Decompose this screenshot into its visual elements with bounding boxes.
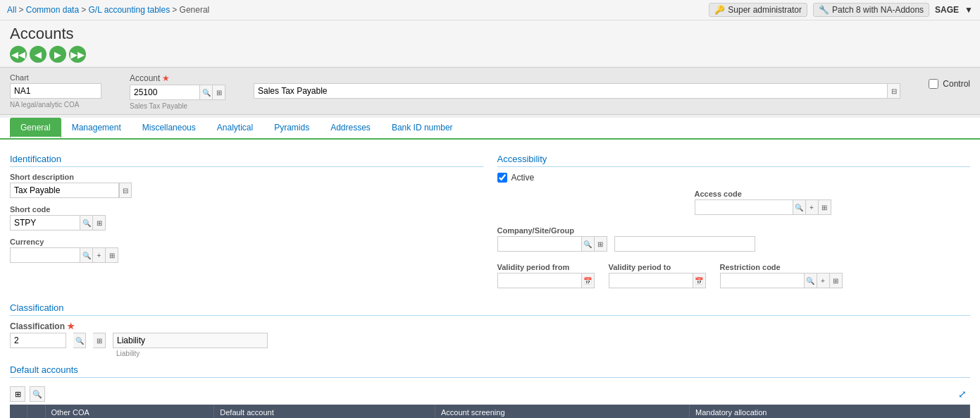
- restriction-code-expand-icon[interactable]: ⊞: [830, 273, 843, 288]
- active-checkbox[interactable]: [497, 173, 507, 183]
- table-expand-button[interactable]: ⤢: [955, 386, 970, 402]
- company-site-search-icon[interactable]: 🔍: [582, 236, 595, 252]
- desc-expand-icon[interactable]: ⊟: [888, 83, 900, 99]
- col-other-coa-header: Other COA: [45, 405, 214, 418]
- classification-section: Classification Classification ★ 🔍 ⊞ Liab…: [10, 302, 970, 357]
- company-site-row: 🔍 ⊞: [497, 236, 607, 252]
- desc-input[interactable]: [254, 83, 888, 99]
- restriction-code-input[interactable]: [720, 273, 805, 288]
- breadcrumb-all[interactable]: All: [7, 5, 16, 15]
- validity-to-group: Validity period to 📅: [609, 263, 706, 288]
- restriction-code-search-icon[interactable]: 🔍: [805, 273, 817, 288]
- validity-to-label: Validity period to: [609, 263, 706, 271]
- currency-group: Currency 🔍 + ⊞: [10, 238, 483, 263]
- validity-to-row: 📅: [609, 273, 706, 288]
- default-accounts-title: Default accounts: [10, 364, 970, 378]
- form-header: Chart NA legal/analytic COA Account ★ 🔍 …: [0, 67, 980, 115]
- top-bar: All > Common data > G/L accounting table…: [0, 0, 980, 20]
- classification-input[interactable]: [10, 333, 66, 348]
- validity-from-input[interactable]: [497, 273, 582, 288]
- control-label: Control: [943, 79, 970, 89]
- short-desc-expand-icon[interactable]: ⊟: [119, 183, 132, 198]
- page-title: Accounts: [10, 25, 970, 43]
- top-right-area: 🔑 Super administrator 🔧 Patch 8 with NA-…: [709, 3, 973, 17]
- restriction-code-row: 🔍 + ⊞: [720, 273, 843, 288]
- validity-to-input[interactable]: [609, 273, 693, 288]
- desc-field: ⊟: [254, 73, 900, 99]
- tab-miscellaneous[interactable]: Miscellaneous: [132, 118, 206, 138]
- classification-search-icon[interactable]: 🔍: [73, 333, 86, 348]
- short-desc-input[interactable]: [10, 183, 119, 198]
- currency-add-icon[interactable]: +: [93, 247, 106, 263]
- accessibility-section: Accessibility Active Access code 🔍 + ⊞: [497, 147, 971, 295]
- default-accounts-section: Default accounts ⊞ 🔍 ⤢ Other COA Default…: [10, 364, 970, 418]
- access-code-label: Access code: [695, 190, 831, 198]
- account-expand-icon[interactable]: ⊞: [213, 85, 225, 100]
- validity-from-calendar-icon[interactable]: 📅: [582, 273, 595, 288]
- nav-prev-button[interactable]: ◀: [30, 46, 46, 63]
- patch-icon: 🔧: [819, 5, 829, 15]
- access-code-input[interactable]: [695, 199, 793, 215]
- company-site-input[interactable]: [497, 236, 582, 252]
- currency-search-icon[interactable]: 🔍: [80, 247, 93, 263]
- nav-first-button[interactable]: ◀◀: [10, 46, 27, 63]
- validity-from-label: Validity period from: [497, 263, 595, 271]
- chart-hint: NA legal/analytic COA: [10, 101, 101, 109]
- company-site-group: Company/Site/Group 🔍 ⊞: [497, 226, 607, 252]
- chart-input[interactable]: [10, 83, 101, 99]
- tab-addresses[interactable]: Addresses: [320, 118, 381, 138]
- accessibility-title: Accessibility: [497, 154, 971, 167]
- validity-to-calendar-icon[interactable]: 📅: [693, 273, 706, 288]
- breadcrumb-general: General: [180, 5, 210, 15]
- control-field: Control: [929, 79, 970, 89]
- patch-badge[interactable]: 🔧 Patch 8 with NA-Addons: [813, 3, 929, 17]
- identification-accessibility-layout: Identification Short description ⊟ Short…: [10, 147, 970, 295]
- short-code-expand-icon[interactable]: ⊞: [93, 215, 106, 230]
- classification-expand-icon[interactable]: ⊞: [93, 333, 106, 348]
- account-field: Account ★ 🔍 ⊞ Sales Tax Payable: [130, 73, 225, 110]
- short-code-search-icon[interactable]: 🔍: [80, 215, 93, 230]
- tab-pyramids[interactable]: Pyramids: [263, 118, 320, 138]
- currency-expand-icon[interactable]: ⊞: [106, 247, 118, 263]
- table-add-button[interactable]: ⊞: [10, 386, 25, 402]
- col-mandatory-allocation-header: Mandatory allocation: [689, 405, 969, 418]
- restriction-code-add-icon[interactable]: +: [817, 273, 830, 288]
- restriction-code-label: Restriction code: [720, 263, 843, 271]
- access-code-expand-icon[interactable]: ⊞: [819, 199, 831, 215]
- validity-from-group: Validity period from 📅: [497, 263, 595, 288]
- company-site-expand-icon[interactable]: ⊞: [595, 236, 607, 252]
- currency-input[interactable]: [10, 247, 80, 263]
- access-code-add-icon[interactable]: +: [806, 199, 819, 215]
- table-search-button[interactable]: 🔍: [30, 386, 45, 402]
- key-icon: 🔑: [714, 5, 725, 15]
- account-input-group: 🔍 ⊞: [130, 85, 225, 100]
- access-code-search-icon[interactable]: 🔍: [793, 199, 806, 215]
- nav-next-button[interactable]: ▶: [49, 46, 66, 63]
- sage-dropdown-icon[interactable]: ▼: [965, 5, 973, 15]
- short-code-row: 🔍 ⊞: [10, 215, 483, 230]
- currency-label: Currency: [10, 238, 483, 246]
- super-admin-badge[interactable]: 🔑 Super administrator: [709, 3, 807, 17]
- tab-general[interactable]: General: [10, 118, 61, 138]
- col-default-account-header: Default account: [214, 405, 435, 418]
- access-text-input[interactable]: [614, 236, 755, 252]
- nav-buttons: ◀◀ ◀ ▶ ▶▶: [10, 46, 970, 63]
- control-checkbox[interactable]: [929, 79, 938, 89]
- breadcrumb-gl-accounting[interactable]: G/L accounting tables: [89, 5, 170, 15]
- breadcrumb-common-data[interactable]: Common data: [26, 5, 79, 15]
- tab-bank-id[interactable]: Bank ID number: [381, 118, 464, 138]
- short-code-input[interactable]: [10, 215, 80, 230]
- desc-label: [254, 73, 900, 82]
- sage-label: SAGE: [935, 5, 959, 15]
- nav-last-button[interactable]: ▶▶: [69, 46, 86, 63]
- breadcrumb: All > Common data > G/L accounting table…: [7, 5, 209, 15]
- active-label: Active: [511, 173, 535, 183]
- patch-label: Patch 8 with NA-Addons: [832, 5, 924, 15]
- short-code-label: Short code: [10, 205, 483, 214]
- classification-desc-input: [113, 333, 268, 348]
- tab-management[interactable]: Management: [61, 118, 132, 138]
- account-input[interactable]: [130, 85, 200, 100]
- tab-analytical[interactable]: Analytical: [206, 118, 263, 138]
- account-search-icon[interactable]: 🔍: [200, 85, 213, 100]
- chart-label: Chart: [10, 73, 101, 82]
